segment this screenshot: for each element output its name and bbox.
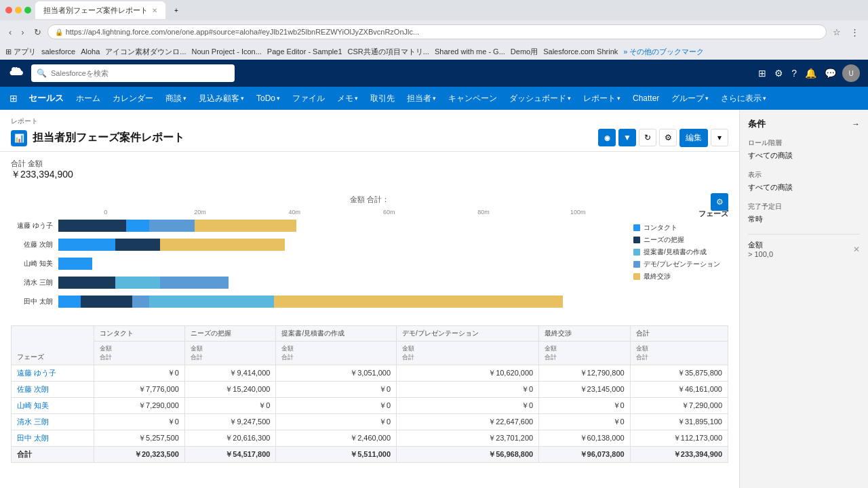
bar-seg-4-3 [149, 296, 274, 308]
row-name-1[interactable]: 佐藤 次朗 [12, 382, 94, 398]
legend-label-contact: コンタクト [644, 223, 677, 232]
nav-calendar[interactable]: カレンダー [107, 90, 159, 107]
bar-seg-3-1 [115, 277, 161, 289]
th-proposal: 提案書/見積書の作成 [276, 326, 397, 342]
bookmark-button[interactable]: ☆ [829, 25, 844, 39]
bookmark-icon-dl[interactable]: アイコン素材ダウンロ... [105, 47, 186, 57]
refresh-button[interactable]: ↻ [639, 129, 656, 146]
nav-chatter[interactable]: Chatter [627, 91, 665, 106]
search-input[interactable] [51, 69, 229, 77]
filter-label: 金額 [748, 240, 773, 250]
row-name-4[interactable]: 田中 太朗 [12, 430, 94, 447]
filter-info: 金額 > 100,0 [748, 240, 773, 258]
address-bar[interactable]: 🔒 https://ap4.lightning.force.com/one/on… [47, 24, 827, 39]
sidebar-filter-section: 金額 > 100,0 ✕ [748, 234, 860, 258]
nav-deals[interactable]: 商談 ▾ [160, 90, 192, 107]
role-value: すべての商談 [748, 150, 860, 161]
nav-accounts[interactable]: 取引先 [365, 90, 400, 107]
nav-leads[interactable]: 見込み顧客 ▾ [193, 90, 250, 107]
legend-label-needs: ニーズの把握 [644, 235, 684, 245]
bookmark-page-editor[interactable]: Page Editor - Sample1 [267, 47, 342, 56]
new-tab-button[interactable]: + [170, 3, 183, 17]
nav-brand: セールス [23, 92, 69, 104]
bookmark-apps[interactable]: ⊞ アプリ [5, 47, 36, 57]
report-table: フェーズ コンタクト ニーズの把握 提案書/見積書の作成 [11, 325, 728, 463]
bar-track-4[interactable] [58, 296, 625, 308]
bar-seg-1-4 [160, 239, 285, 251]
bookmark-shared[interactable]: Shared with me - G... [435, 47, 505, 56]
user-avatar[interactable]: U [842, 64, 860, 82]
app-launcher-icon[interactable]: ⊞ [5, 90, 22, 106]
filter-icon: ▼ [623, 133, 631, 142]
bar-seg-4-2 [132, 296, 149, 308]
bar-label-0: 遠藤 ゆう子 [11, 221, 58, 230]
more-actions-button[interactable]: ▾ [711, 129, 728, 146]
row-name-3[interactable]: 清水 三朗 [12, 414, 94, 430]
nav-campaigns[interactable]: キャンペーン [443, 90, 502, 107]
sf-search-bar[interactable]: 🔍 [31, 64, 235, 82]
display-label: 表示 [748, 170, 860, 180]
bar-seg-0-0 [58, 220, 126, 232]
table-total-row: 合計 ￥20,323,500 ￥54,517,800 ￥5,511,000 ￥5… [12, 447, 728, 463]
bookmark-salesforce[interactable]: salesforce [41, 47, 75, 56]
chart-body: 0 20m 40m 60m 80m 100m 遠藤 ゆう子 [11, 209, 625, 313]
nav-files[interactable]: ファイル [287, 90, 330, 107]
nav-contacts[interactable]: 担当者 ▾ [401, 90, 441, 107]
grid-icon[interactable]: ⊞ [756, 66, 768, 81]
row-v5-4: ￥60,138,000 [539, 430, 630, 447]
sidebar-expand-icon[interactable]: → [852, 119, 860, 129]
row-v1-2: ￥7,290,000 [94, 398, 184, 414]
th-demo: デモ/プレゼンテーション [397, 326, 539, 342]
reload-button[interactable]: ↻ [31, 25, 45, 39]
help-icon[interactable]: ? [789, 66, 799, 81]
tab-close-icon[interactable]: ✕ [152, 7, 157, 14]
nav-groups[interactable]: グループ ▾ [666, 90, 714, 107]
nav-dashboards[interactable]: ダッシュボード ▾ [504, 90, 576, 107]
legend-color-demo [633, 261, 640, 268]
nav-home[interactable]: ホーム [71, 90, 106, 107]
notification-icon[interactable]: 🔔 [803, 66, 818, 81]
maximize-dot[interactable] [24, 7, 31, 14]
bookmark-demo[interactable]: Demo用 [511, 47, 538, 57]
filter-color-button[interactable]: ◉ [598, 129, 616, 146]
edit-button[interactable]: 編集 [679, 129, 708, 147]
setup-icon[interactable]: ⚙ [772, 66, 785, 81]
bar-seg-4-0 [58, 296, 81, 308]
bookmark-csr[interactable]: CSR共通の項目マトリ... [348, 47, 429, 57]
bookmark-more[interactable]: » その他のブックマーク [623, 47, 704, 57]
nav-reports[interactable]: レポート ▾ [578, 90, 626, 107]
nav-memo[interactable]: メモ ▾ [332, 90, 363, 107]
row-name-2[interactable]: 山崎 知美 [12, 398, 94, 414]
browser-tab[interactable]: 担当者別フェーズ案件レポート ✕ [35, 1, 165, 19]
row-v3-4: ￥2,460,000 [276, 430, 397, 447]
bookmark-aloha[interactable]: Aloha [81, 47, 100, 56]
bookmark-sfdc-shrink[interactable]: Salesforce.com Shrink [543, 47, 618, 56]
chat-icon[interactable]: 💬 [823, 66, 838, 81]
chart-axis: 0 20m 40m 60m 80m 100m [58, 209, 625, 216]
header-icons: ⊞ ⚙ ? 🔔 💬 U [756, 64, 860, 82]
bar-row-2: 山崎 知美 [11, 256, 625, 271]
filter-remove-button[interactable]: ✕ [853, 245, 860, 254]
row-v3-total: ￥5,511,000 [276, 447, 397, 463]
close-dot[interactable] [5, 7, 12, 14]
nav-more[interactable]: さらに表示 ▾ [715, 90, 772, 107]
forward-button[interactable]: › [18, 25, 27, 39]
chart-settings-button[interactable]: ⚙ [711, 193, 728, 211]
bar-row-4: 田中 太朗 [11, 294, 625, 309]
legend-final: 最終交渉 [633, 272, 728, 281]
th-contact-sub: 金額合計 [94, 342, 184, 365]
row-v1-total: ￥20,323,500 [94, 447, 184, 463]
settings-button[interactable]: ⚙ [659, 129, 677, 146]
bar-track-3 [58, 277, 625, 289]
th-demo-sub: 金額合計 [397, 342, 539, 365]
extensions-button[interactable]: ⋮ [847, 25, 863, 39]
bar-seg-2-0 [58, 258, 92, 270]
nav-todo[interactable]: ToDo ▾ [251, 91, 285, 106]
chart-title: 金額 合計： [11, 195, 728, 205]
back-button[interactable]: ‹ [5, 25, 15, 39]
minimize-dot[interactable] [15, 7, 22, 14]
table-area: フェーズ コンタクト ニーズの把握 提案書/見積書の作成 [0, 325, 739, 474]
row-name-0[interactable]: 遠藤 ゆう子 [12, 365, 94, 382]
filter-button[interactable]: ▼ [618, 129, 636, 146]
bookmark-noun[interactable]: Noun Project - Icon... [192, 47, 262, 56]
